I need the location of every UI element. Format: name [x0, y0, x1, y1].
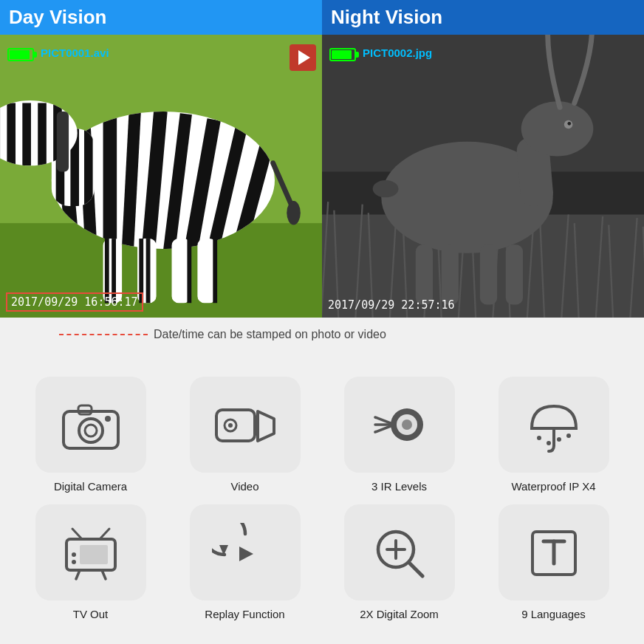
- svg-rect-103: [80, 545, 108, 564]
- day-battery-fill: [10, 50, 30, 59]
- svg-line-107: [409, 563, 422, 576]
- svg-point-90: [402, 419, 412, 430]
- feature-ir-levels: 3 IR Levels: [328, 377, 470, 493]
- feature-tv-out: TV Out: [19, 504, 162, 620]
- night-image-overlay: PICT0002.jpg 2017/09/29 22:57:16: [322, 41, 644, 318]
- night-battery-tip: [356, 52, 359, 58]
- svg-point-101: [72, 552, 76, 557]
- night-timestamp: 2017/09/29 22:57:16: [328, 298, 455, 312]
- svg-marker-84: [258, 411, 274, 441]
- day-timestamp: 2017/09/29 16:56:17: [6, 292, 143, 312]
- svg-point-78: [85, 425, 97, 436]
- video-icon-box: [190, 377, 301, 473]
- digital-camera-label: Digital Camera: [54, 480, 127, 493]
- svg-point-95: [566, 434, 571, 438]
- waterproof-icon: [521, 395, 587, 454]
- zoom-icon-box: [344, 504, 455, 600]
- ir-icon: [366, 395, 433, 454]
- svg-point-77: [79, 419, 103, 442]
- annotation-text: Date/time can be stamped on photo or vid…: [154, 328, 386, 341]
- day-image-overlay: PICT0001.avi 2017/09/29 16:56:17: [0, 41, 322, 318]
- features-section: Digital Camera Video: [0, 362, 644, 635]
- video-icon: [212, 395, 278, 454]
- day-vision-panel: Day Vision: [0, 0, 322, 318]
- svg-point-92: [537, 436, 541, 440]
- day-battery-body: [7, 48, 34, 61]
- svg-line-100: [100, 529, 109, 539]
- night-image: PICT0002.jpg 2017/09/29 22:57:16: [322, 0, 644, 318]
- zoom-label: 2X Digital Zoom: [360, 608, 439, 620]
- night-battery: [329, 48, 359, 61]
- feature-zoom: 2X Digital Zoom: [328, 504, 470, 620]
- feature-languages: 9 Languages: [482, 504, 625, 620]
- night-battery-body: [329, 48, 356, 61]
- svg-point-83: [228, 423, 233, 428]
- ir-levels-label: 3 IR Levels: [371, 480, 427, 493]
- waterproof-label: Waterproof IP X4: [511, 480, 595, 493]
- svg-point-80: [105, 416, 111, 422]
- day-vision-label: Day Vision: [0, 0, 322, 35]
- annotation-row: Date/time can be stamped on photo or vid…: [0, 318, 644, 362]
- top-section: Day Vision: [0, 0, 644, 318]
- night-vision-panel: Night Vision: [322, 0, 644, 318]
- svg-marker-105: [239, 547, 253, 561]
- feature-replay: Replay Function: [174, 504, 316, 620]
- night-vision-label: Night Vision: [322, 0, 644, 35]
- night-filename: PICT0002.jpg: [363, 47, 432, 59]
- feature-waterproof: Waterproof IP X4: [482, 377, 625, 493]
- ir-levels-icon-box: [344, 377, 455, 473]
- feature-video: Video: [174, 377, 316, 493]
- features-grid: Digital Camera Video: [19, 377, 625, 620]
- waterproof-icon-box: [499, 377, 609, 473]
- tv-out-icon-box: [35, 504, 146, 600]
- svg-point-102: [72, 560, 76, 564]
- tv-out-label: TV Out: [73, 608, 109, 620]
- replay-icon: [212, 523, 278, 582]
- svg-point-93: [547, 441, 551, 445]
- replay-icon-box: [190, 504, 301, 600]
- day-play-button[interactable]: [290, 44, 316, 71]
- feature-digital-camera: Digital Camera: [19, 377, 162, 493]
- replay-label: Replay Function: [205, 608, 284, 620]
- dashed-connector: [59, 334, 148, 335]
- languages-icon: [521, 523, 587, 582]
- video-label: Video: [230, 480, 258, 493]
- languages-icon-box: [499, 504, 609, 600]
- day-battery: [7, 48, 37, 61]
- camera-icon: [58, 395, 124, 454]
- day-filename: PICT0001.avi: [41, 47, 109, 59]
- day-battery-tip: [34, 52, 37, 58]
- zoom-icon: [366, 523, 433, 582]
- play-icon: [298, 50, 310, 65]
- svg-line-99: [72, 529, 82, 539]
- tv-icon: [58, 523, 124, 582]
- day-image: PICT0001.avi 2017/09/29 16:56:17: [0, 0, 322, 318]
- languages-label: 9 Languages: [521, 608, 586, 620]
- digital-camera-icon-box: [35, 377, 146, 473]
- night-battery-fill: [332, 50, 352, 59]
- svg-point-94: [557, 437, 561, 442]
